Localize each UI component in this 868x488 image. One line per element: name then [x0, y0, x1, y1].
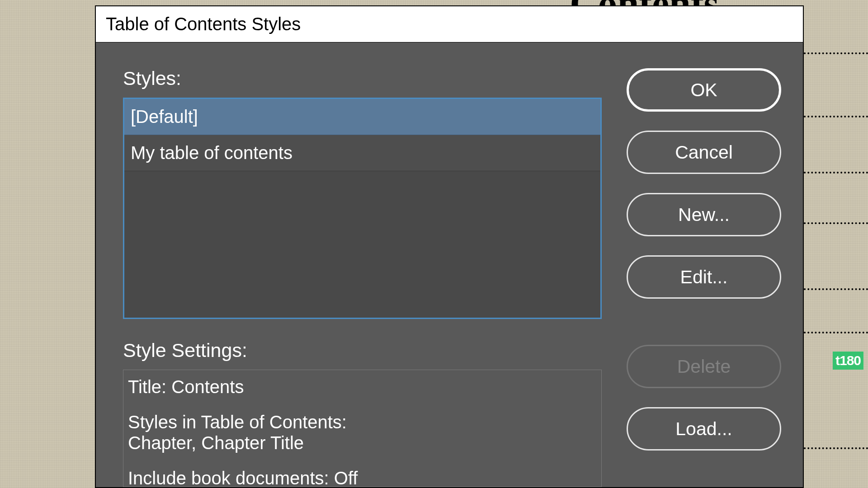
load-button[interactable]: Load... [627, 407, 781, 450]
new-button[interactable]: New... [627, 193, 781, 236]
styles-listbox[interactable]: [Default] My table of contents [123, 98, 602, 319]
delete-button: Delete [627, 345, 781, 388]
dialog-left-column: Styles: [Default] My table of contents S… [123, 67, 602, 487]
settings-title-line: Title: Contents [128, 376, 597, 397]
document-guide-line [800, 172, 868, 174]
settings-styles-in-toc: Styles in Table of Contents: Chapter, Ch… [128, 412, 597, 453]
list-item-label: My table of contents [131, 143, 292, 163]
styles-section-label: Styles: [123, 67, 602, 89]
styles-list-item-default[interactable]: [Default] [124, 99, 600, 135]
styles-list-item-custom[interactable]: My table of contents [124, 135, 600, 171]
style-settings-box: Title: Contents Styles in Table of Conte… [123, 370, 602, 487]
style-settings-label: Style Settings: [123, 339, 602, 361]
document-guide-line [800, 447, 868, 449]
edit-button[interactable]: Edit... [627, 255, 781, 299]
settings-include-book-docs: Include book documents: Off [128, 468, 597, 488]
dialog-title: Table of Contents Styles [96, 6, 803, 42]
toc-styles-dialog: Table of Contents Styles Styles: [Defaul… [95, 5, 804, 488]
watermark-badge: t180 [833, 352, 863, 370]
ok-button[interactable]: OK [627, 68, 781, 112]
dialog-button-column: OK Cancel New... Edit... Delete Load... [627, 67, 781, 487]
cancel-button[interactable]: Cancel [627, 131, 781, 174]
document-guide-line [800, 116, 868, 117]
list-item-label: [Default] [131, 107, 198, 127]
document-guide-line [800, 222, 868, 224]
dialog-body: Styles: [Default] My table of contents S… [96, 42, 803, 487]
document-guide-line [800, 332, 868, 333]
document-guide-line [800, 288, 868, 290]
document-guide-line [800, 52, 868, 54]
